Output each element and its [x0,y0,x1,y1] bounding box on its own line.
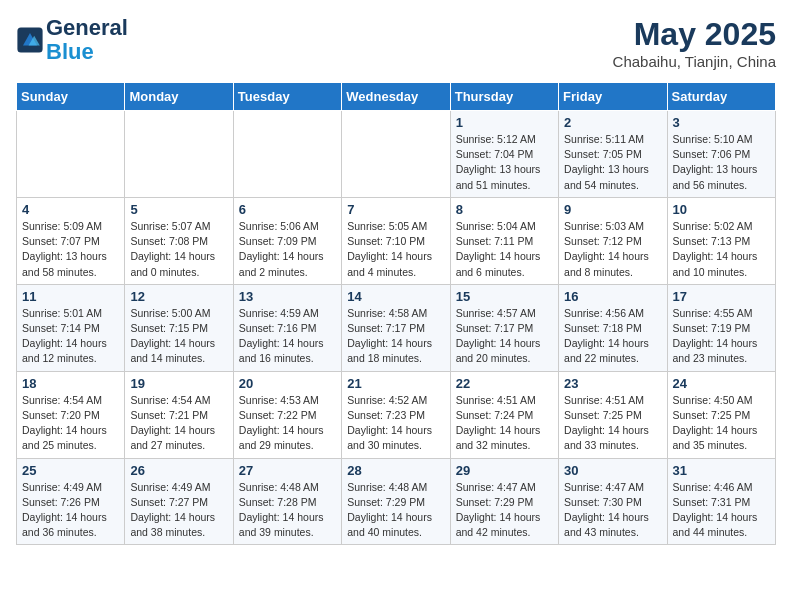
calendar-cell: 14Sunrise: 4:58 AMSunset: 7:17 PMDayligh… [342,284,450,371]
day-info: Sunrise: 4:54 AMSunset: 7:20 PMDaylight:… [22,393,119,454]
title-block: May 2025 Chabaihu, Tianjin, China [613,16,776,70]
calendar-cell: 9Sunrise: 5:03 AMSunset: 7:12 PMDaylight… [559,197,667,284]
day-info: Sunrise: 4:51 AMSunset: 7:25 PMDaylight:… [564,393,661,454]
day-info: Sunrise: 4:57 AMSunset: 7:17 PMDaylight:… [456,306,553,367]
calendar-cell: 15Sunrise: 4:57 AMSunset: 7:17 PMDayligh… [450,284,558,371]
day-info: Sunrise: 4:56 AMSunset: 7:18 PMDaylight:… [564,306,661,367]
day-number: 13 [239,289,336,304]
day-number: 24 [673,376,770,391]
day-info: Sunrise: 5:12 AMSunset: 7:04 PMDaylight:… [456,132,553,193]
day-info: Sunrise: 4:53 AMSunset: 7:22 PMDaylight:… [239,393,336,454]
day-info: Sunrise: 4:47 AMSunset: 7:29 PMDaylight:… [456,480,553,541]
calendar-week-2: 4Sunrise: 5:09 AMSunset: 7:07 PMDaylight… [17,197,776,284]
calendar-cell: 11Sunrise: 5:01 AMSunset: 7:14 PMDayligh… [17,284,125,371]
day-number: 29 [456,463,553,478]
calendar-cell [342,111,450,198]
day-info: Sunrise: 5:01 AMSunset: 7:14 PMDaylight:… [22,306,119,367]
header-friday: Friday [559,83,667,111]
day-number: 15 [456,289,553,304]
calendar-cell: 19Sunrise: 4:54 AMSunset: 7:21 PMDayligh… [125,371,233,458]
calendar-cell [17,111,125,198]
day-info: Sunrise: 5:07 AMSunset: 7:08 PMDaylight:… [130,219,227,280]
header-row: Sunday Monday Tuesday Wednesday Thursday… [17,83,776,111]
calendar-cell: 18Sunrise: 4:54 AMSunset: 7:20 PMDayligh… [17,371,125,458]
calendar-cell: 23Sunrise: 4:51 AMSunset: 7:25 PMDayligh… [559,371,667,458]
day-info: Sunrise: 4:50 AMSunset: 7:25 PMDaylight:… [673,393,770,454]
calendar-cell: 3Sunrise: 5:10 AMSunset: 7:06 PMDaylight… [667,111,775,198]
day-number: 19 [130,376,227,391]
calendar-cell: 27Sunrise: 4:48 AMSunset: 7:28 PMDayligh… [233,458,341,545]
calendar-cell: 28Sunrise: 4:48 AMSunset: 7:29 PMDayligh… [342,458,450,545]
logo-line1: General [46,16,128,40]
calendar-cell: 4Sunrise: 5:09 AMSunset: 7:07 PMDaylight… [17,197,125,284]
day-number: 23 [564,376,661,391]
logo-line2: Blue [46,40,128,64]
calendar-cell: 29Sunrise: 4:47 AMSunset: 7:29 PMDayligh… [450,458,558,545]
day-info: Sunrise: 4:49 AMSunset: 7:27 PMDaylight:… [130,480,227,541]
calendar-week-5: 25Sunrise: 4:49 AMSunset: 7:26 PMDayligh… [17,458,776,545]
day-number: 27 [239,463,336,478]
calendar-cell: 2Sunrise: 5:11 AMSunset: 7:05 PMDaylight… [559,111,667,198]
day-number: 3 [673,115,770,130]
calendar-cell [125,111,233,198]
calendar-cell: 6Sunrise: 5:06 AMSunset: 7:09 PMDaylight… [233,197,341,284]
calendar-cell: 8Sunrise: 5:04 AMSunset: 7:11 PMDaylight… [450,197,558,284]
day-info: Sunrise: 5:05 AMSunset: 7:10 PMDaylight:… [347,219,444,280]
day-info: Sunrise: 5:11 AMSunset: 7:05 PMDaylight:… [564,132,661,193]
day-number: 4 [22,202,119,217]
calendar-cell: 21Sunrise: 4:52 AMSunset: 7:23 PMDayligh… [342,371,450,458]
day-info: Sunrise: 4:59 AMSunset: 7:16 PMDaylight:… [239,306,336,367]
day-info: Sunrise: 4:46 AMSunset: 7:31 PMDaylight:… [673,480,770,541]
day-info: Sunrise: 5:10 AMSunset: 7:06 PMDaylight:… [673,132,770,193]
calendar-week-4: 18Sunrise: 4:54 AMSunset: 7:20 PMDayligh… [17,371,776,458]
header-tuesday: Tuesday [233,83,341,111]
day-number: 14 [347,289,444,304]
day-number: 18 [22,376,119,391]
header-sunday: Sunday [17,83,125,111]
calendar-title: May 2025 [613,16,776,53]
day-number: 26 [130,463,227,478]
header-thursday: Thursday [450,83,558,111]
page-header: General Blue May 2025 Chabaihu, Tianjin,… [16,16,776,70]
day-info: Sunrise: 4:48 AMSunset: 7:28 PMDaylight:… [239,480,336,541]
day-number: 31 [673,463,770,478]
calendar-cell: 31Sunrise: 4:46 AMSunset: 7:31 PMDayligh… [667,458,775,545]
day-number: 30 [564,463,661,478]
header-wednesday: Wednesday [342,83,450,111]
calendar-table: Sunday Monday Tuesday Wednesday Thursday… [16,82,776,545]
day-number: 22 [456,376,553,391]
calendar-cell: 1Sunrise: 5:12 AMSunset: 7:04 PMDaylight… [450,111,558,198]
calendar-subtitle: Chabaihu, Tianjin, China [613,53,776,70]
calendar-cell: 16Sunrise: 4:56 AMSunset: 7:18 PMDayligh… [559,284,667,371]
day-info: Sunrise: 5:02 AMSunset: 7:13 PMDaylight:… [673,219,770,280]
calendar-cell: 10Sunrise: 5:02 AMSunset: 7:13 PMDayligh… [667,197,775,284]
day-number: 1 [456,115,553,130]
day-info: Sunrise: 4:52 AMSunset: 7:23 PMDaylight:… [347,393,444,454]
day-info: Sunrise: 5:03 AMSunset: 7:12 PMDaylight:… [564,219,661,280]
header-monday: Monday [125,83,233,111]
day-number: 10 [673,202,770,217]
logo: General Blue [16,16,128,64]
day-number: 16 [564,289,661,304]
day-info: Sunrise: 5:06 AMSunset: 7:09 PMDaylight:… [239,219,336,280]
day-info: Sunrise: 4:49 AMSunset: 7:26 PMDaylight:… [22,480,119,541]
day-info: Sunrise: 4:58 AMSunset: 7:17 PMDaylight:… [347,306,444,367]
day-number: 28 [347,463,444,478]
calendar-cell: 17Sunrise: 4:55 AMSunset: 7:19 PMDayligh… [667,284,775,371]
day-number: 12 [130,289,227,304]
day-info: Sunrise: 4:51 AMSunset: 7:24 PMDaylight:… [456,393,553,454]
day-info: Sunrise: 4:47 AMSunset: 7:30 PMDaylight:… [564,480,661,541]
day-number: 21 [347,376,444,391]
day-number: 11 [22,289,119,304]
day-info: Sunrise: 5:09 AMSunset: 7:07 PMDaylight:… [22,219,119,280]
day-number: 6 [239,202,336,217]
day-info: Sunrise: 4:48 AMSunset: 7:29 PMDaylight:… [347,480,444,541]
calendar-cell: 22Sunrise: 4:51 AMSunset: 7:24 PMDayligh… [450,371,558,458]
calendar-week-3: 11Sunrise: 5:01 AMSunset: 7:14 PMDayligh… [17,284,776,371]
calendar-week-1: 1Sunrise: 5:12 AMSunset: 7:04 PMDaylight… [17,111,776,198]
calendar-cell: 7Sunrise: 5:05 AMSunset: 7:10 PMDaylight… [342,197,450,284]
day-number: 20 [239,376,336,391]
day-number: 17 [673,289,770,304]
day-info: Sunrise: 4:54 AMSunset: 7:21 PMDaylight:… [130,393,227,454]
calendar-cell: 26Sunrise: 4:49 AMSunset: 7:27 PMDayligh… [125,458,233,545]
